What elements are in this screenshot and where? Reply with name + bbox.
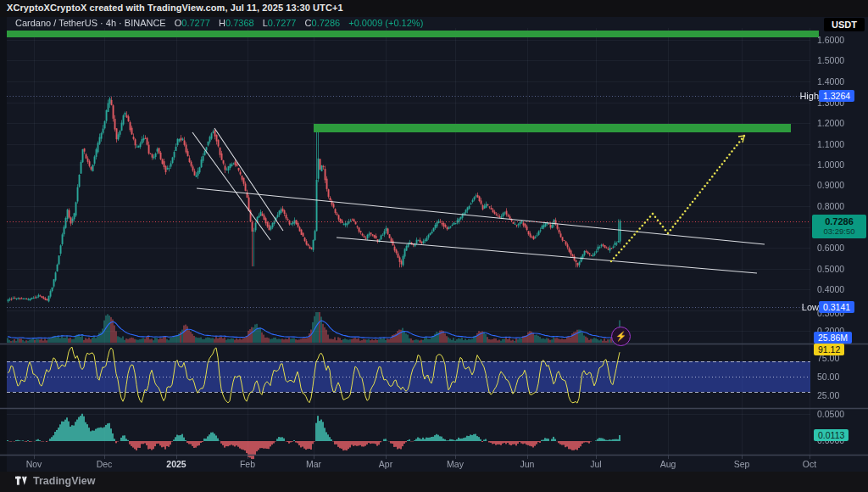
time-axis-month-label: Apr [379, 459, 392, 469]
ohlc-low-value: 0.7277 [268, 18, 297, 28]
price-axis-label: 1.4000 [817, 76, 844, 87]
ohlc-open-value: 0.7277 [181, 18, 210, 28]
currency-toggle-button[interactable]: USDT [824, 18, 865, 31]
change-value: +0.0009 (+0.12%) [348, 18, 423, 28]
price-axis-label: 0.8000 [817, 201, 844, 211]
volume-flash-marker[interactable]: ⚡ [611, 327, 631, 346]
time-axis-month-label: Jun [520, 459, 535, 469]
attribution-bar: XCryptoXCryptoX created with TradingView… [0, 0, 868, 17]
price-axis-label: 0.4000 [817, 284, 844, 294]
rsi-axis-label: 25.00 [817, 390, 839, 400]
last-price-value: 0.7286 [812, 216, 866, 226]
footer-bar: TradingView [0, 472, 868, 492]
high-label: High [799, 91, 819, 101]
time-axis-month-label: May [447, 459, 464, 469]
price-axis-label: 0.9000 [817, 180, 844, 190]
time-axis-month-label: 2025 [166, 459, 186, 469]
low-value-badge: 0.3141 [819, 301, 854, 313]
price-axis-label: 1.5000 [817, 55, 844, 65]
rsi-value-badge: 91.12 [814, 344, 844, 355]
ohlc-high-key: H [219, 18, 225, 28]
time-axis-month-label: Aug [660, 459, 676, 469]
lightning-icon: ⚡ [615, 332, 627, 341]
low-label: Low [802, 302, 819, 312]
ohlc-high-value: 0.7368 [225, 18, 254, 28]
time-axis-month-label: Mar [306, 459, 321, 469]
time-axis-month-label: Jul [590, 459, 601, 469]
chart-plot-area[interactable] [0, 0, 868, 492]
ohlc-close-key: C [305, 18, 312, 28]
high-value-badge: 1.3264 [819, 90, 854, 102]
symbol-info-row[interactable]: Cardano / TetherUS · 4h · BINANCE O0.727… [15, 18, 423, 29]
price-axis-label: 1.2000 [817, 118, 844, 128]
hist-value-badge: 0.0113 [814, 429, 849, 441]
rsi-axis-label: 50.00 [817, 372, 839, 382]
candle-countdown: 03:29:50 [812, 226, 866, 236]
tradingview-chart-window: XCryptoXCryptoX created with TradingView… [0, 0, 868, 492]
price-axis-label: 1.0000 [817, 159, 844, 170]
price-axis[interactable]: 1.60001.50001.40001.30001.20001.10001.00… [812, 28, 868, 455]
tradingview-logo-icon [15, 476, 28, 487]
time-axis[interactable]: NovDec2025FebMarAprMayJunJulAugSepOct [0, 456, 868, 472]
hist-axis-label: 0.0500 [817, 409, 844, 419]
time-axis-month-label: Feb [240, 459, 255, 469]
time-axis-month-label: Nov [26, 459, 42, 469]
tradingview-logo-text: TradingView [33, 475, 95, 487]
ohlc-close-value: 0.7286 [312, 18, 341, 28]
tradingview-logo-link[interactable]: TradingView [15, 475, 95, 487]
symbol-title[interactable]: Cardano / TetherUS · 4h · BINANCE [15, 18, 166, 28]
volume-value-badge: 25.86M [814, 332, 852, 344]
time-axis-month-label: Oct [803, 459, 816, 469]
time-axis-month-label: Sep [734, 459, 750, 469]
last-price-badge: 0.7286 03:29:50 [812, 215, 866, 238]
price-axis-label: 1.1000 [817, 139, 844, 149]
price-axis-label: 0.5000 [817, 264, 844, 274]
time-axis-month-label: Dec [97, 459, 113, 469]
price-axis-label: 1.6000 [817, 35, 844, 45]
price-axis-label: 0.6000 [817, 243, 844, 253]
attribution-text: XCryptoXCryptoX created with TradingView… [7, 3, 343, 13]
